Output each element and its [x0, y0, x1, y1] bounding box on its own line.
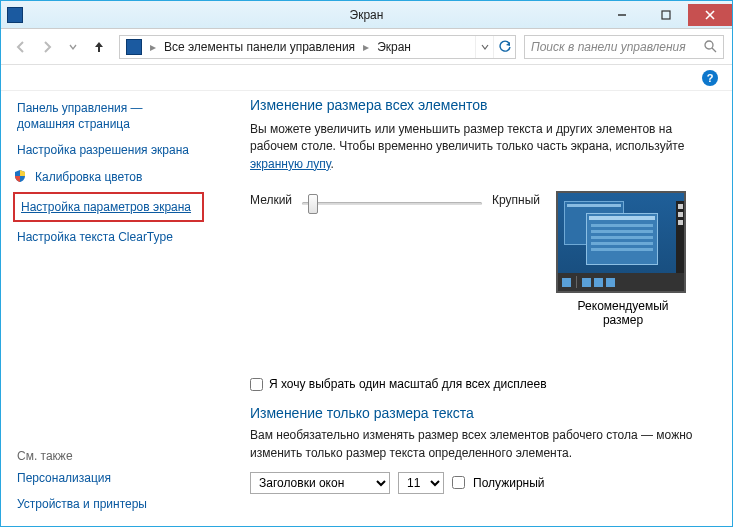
back-button[interactable] — [9, 35, 33, 59]
svg-rect-1 — [662, 11, 670, 19]
slider-min-label: Мелкий — [250, 191, 292, 207]
maximize-button[interactable] — [644, 4, 688, 26]
preview-caption: Рекомендуемый размер — [556, 299, 690, 327]
sidebar-highlighted: Настройка параметров экрана — [13, 192, 204, 222]
location-icon — [126, 39, 142, 55]
chevron-right-icon[interactable]: ▸ — [361, 40, 371, 54]
forward-button[interactable] — [35, 35, 59, 59]
sidebar-cleartype[interactable]: Настройка текста ClearType — [13, 224, 204, 250]
nav-bar: ▸ Все элементы панели управления ▸ Экран — [1, 29, 732, 65]
close-button[interactable] — [688, 4, 732, 26]
preview-image — [556, 191, 686, 293]
sidebar-screen-params[interactable]: Настройка параметров экрана — [17, 194, 200, 220]
same-scale-label[interactable]: Я хочу выбрать один масштаб для всех дис… — [269, 377, 547, 391]
desc-post: . — [331, 157, 334, 171]
text-size-desc: Вам необязательно изменять размер всех э… — [250, 427, 712, 462]
page-description: Вы можете увеличить или уменьшить размер… — [250, 121, 712, 173]
bold-label[interactable]: Полужирный — [473, 476, 545, 490]
slider-thumb[interactable] — [308, 194, 318, 214]
seealso-devices[interactable]: Устройства и принтеры — [13, 491, 204, 517]
seealso-personalization[interactable]: Персонализация — [13, 465, 204, 491]
search-icon — [704, 40, 717, 53]
toolbar-row: ? — [1, 65, 732, 91]
desc-text: Вы можете увеличить или уменьшить размер… — [250, 122, 684, 153]
address-dropdown[interactable] — [475, 36, 493, 58]
seealso-header: См. также — [13, 443, 204, 465]
magnifier-link[interactable]: экранную лупу — [250, 157, 331, 171]
shield-icon — [13, 169, 27, 183]
main-panel: Изменение размера всех элементов Вы може… — [216, 91, 732, 527]
up-button[interactable] — [87, 35, 111, 59]
search-box[interactable] — [524, 35, 724, 59]
app-icon — [7, 7, 23, 23]
sidebar: Панель управления — домашняя страница На… — [1, 91, 216, 527]
svg-line-5 — [712, 48, 716, 52]
text-size-heading: Изменение только размера текста — [250, 405, 712, 421]
bold-checkbox[interactable] — [452, 476, 465, 489]
svg-point-4 — [705, 41, 713, 49]
sidebar-resolution[interactable]: Настройка разрешения экрана — [13, 137, 204, 163]
element-select[interactable]: Заголовки окон — [250, 472, 390, 494]
help-icon[interactable]: ? — [702, 70, 718, 86]
sidebar-home[interactable]: Панель управления — домашняя страница — [13, 95, 204, 137]
same-scale-checkbox[interactable] — [250, 378, 263, 391]
address-bar[interactable]: ▸ Все элементы панели управления ▸ Экран — [119, 35, 516, 59]
page-heading: Изменение размера всех элементов — [250, 97, 712, 113]
search-input[interactable] — [531, 40, 698, 54]
size-slider[interactable] — [302, 194, 482, 218]
breadcrumb-item[interactable]: Экран — [371, 36, 417, 58]
chevron-right-icon[interactable]: ▸ — [148, 40, 158, 54]
fontsize-select[interactable]: 11 — [398, 472, 444, 494]
slider-max-label: Крупный — [492, 191, 540, 207]
recent-dropdown[interactable] — [61, 35, 85, 59]
breadcrumb-item[interactable]: Все элементы панели управления — [158, 36, 361, 58]
refresh-button[interactable] — [493, 36, 515, 58]
minimize-button[interactable] — [600, 4, 644, 26]
window-title: Экран — [350, 8, 384, 22]
sidebar-calibrate[interactable]: Калибровка цветов — [31, 164, 146, 190]
title-bar: Экран — [1, 1, 732, 29]
